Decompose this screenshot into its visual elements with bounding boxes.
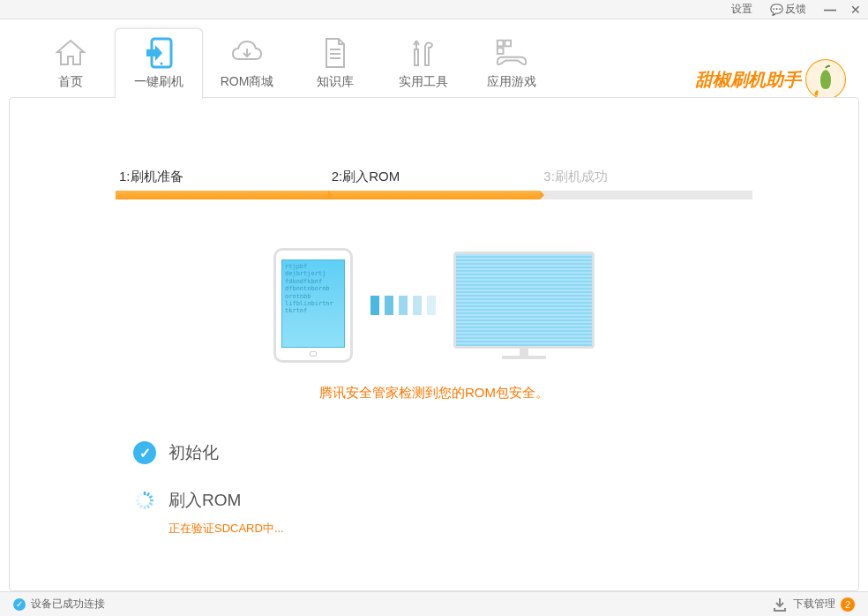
main-content: 1:刷机准备 2:刷入ROM 3:刷机成功 rtjpbf dejbrtjortj… (9, 97, 859, 591)
app-logo: 甜椒刷机助手 (695, 59, 846, 100)
download-manager-button[interactable]: 下载管理 2 (772, 597, 855, 612)
home-icon (53, 37, 88, 69)
tab-flash[interactable]: 一键刷机 (115, 28, 203, 99)
check-icon: ✓ (133, 441, 156, 464)
tools-icon (406, 37, 441, 69)
phone-icon: rtjpbf dejbrtjortj fdkndfkbnf dfbnntnbor… (273, 248, 353, 363)
logo-text: 甜椒刷机助手 (695, 68, 801, 92)
svg-line-14 (149, 503, 152, 505)
tab-label: 一键刷机 (134, 74, 183, 90)
svg-line-17 (140, 505, 142, 507)
svg-line-15 (147, 505, 149, 507)
tab-rom-store[interactable]: ROM商城 (203, 28, 291, 99)
settings-button[interactable]: 设置 (722, 0, 761, 19)
tab-label: ROM商城 (221, 74, 274, 90)
tab-label: 知识库 (317, 74, 354, 90)
gamepad-icon (494, 37, 529, 69)
tab-label: 应用游戏 (487, 74, 536, 90)
security-message: 腾讯安全管家检测到您的ROM包安全。 (116, 385, 752, 402)
svg-rect-6 (505, 41, 511, 47)
phone-flash-icon (141, 37, 176, 69)
svg-rect-5 (498, 41, 504, 47)
minimize-button[interactable]: — (815, 0, 842, 19)
tab-label: 首页 (58, 74, 83, 90)
flash-illustration: rtjpbf dejbrtjortj fdkndfkbnf dfbnntnbor… (116, 248, 752, 363)
step-prepare: 1:刷机准备 (116, 169, 328, 199)
download-icon (772, 597, 788, 612)
svg-line-11 (147, 492, 149, 495)
step-success: 3:刷机成功 (540, 169, 752, 199)
tab-tools[interactable]: 实用工具 (379, 28, 468, 99)
tab-apps-games[interactable]: 应用游戏 (468, 28, 556, 99)
pepper-logo-icon (805, 59, 846, 100)
monitor-icon (453, 252, 595, 359)
progress-steps: 1:刷机准备 2:刷入ROM 3:刷机成功 (116, 169, 752, 199)
tab-home[interactable]: 首页 (26, 28, 115, 99)
svg-line-21 (140, 492, 142, 495)
svg-line-18 (137, 503, 139, 505)
status-flash: 刷入ROM 正在验证SDCARD中... (133, 489, 752, 537)
document-icon (318, 37, 353, 69)
svg-line-20 (137, 496, 139, 498)
speech-icon: 💬 (770, 4, 783, 16)
transfer-animation (370, 296, 436, 315)
download-count-badge: 2 (841, 597, 855, 612)
cloud-download-icon (229, 37, 265, 69)
tab-knowledge[interactable]: 知识库 (291, 28, 379, 99)
svg-point-1 (161, 63, 163, 65)
tab-label: 实用工具 (399, 74, 448, 90)
check-icon: ✓ (13, 598, 26, 611)
status-init: ✓ 初始化 (133, 441, 752, 464)
close-button[interactable]: ✕ (842, 0, 868, 19)
spinner-icon (133, 489, 156, 512)
step-flash-rom: 2:刷入ROM (328, 169, 541, 199)
status-list: ✓ 初始化 (116, 441, 752, 537)
svg-line-12 (149, 496, 152, 498)
svg-rect-7 (498, 48, 504, 54)
feedback-button[interactable]: 💬 反馈 (761, 0, 815, 19)
connection-status: ✓ 设备已成功连接 (13, 597, 105, 612)
